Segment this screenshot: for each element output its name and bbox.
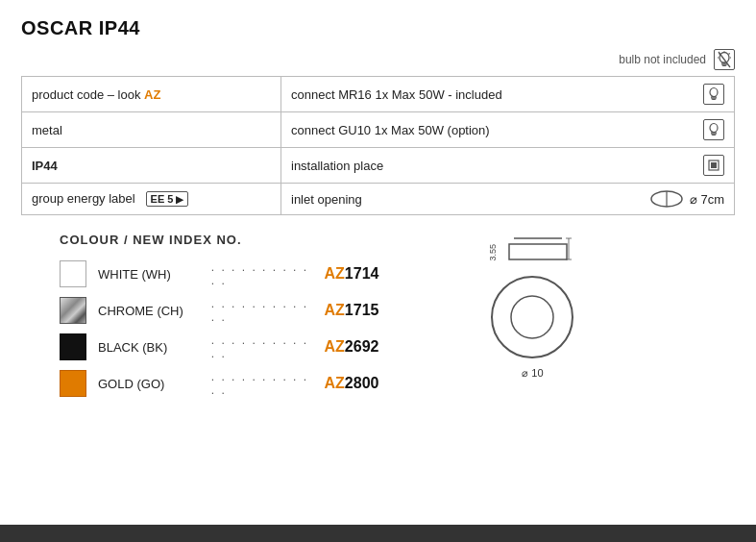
energy-badge-value: EE 5 [151, 193, 174, 205]
colour-section: COLOUR / NEW INDEX NO. WHITE (WH) . . . … [21, 233, 417, 397]
svg-point-9 [710, 88, 718, 97]
metal-label: metal [32, 123, 62, 137]
svg-point-12 [710, 124, 718, 133]
technical-diagram: 3.55 ⌀ 1 [475, 233, 590, 380]
svg-rect-14 [712, 134, 716, 136]
specs-row-3: IP44 installation place [22, 148, 735, 184]
ip44-label: IP44 [32, 159, 58, 173]
product-code-az: AZ [144, 87, 160, 102]
colour-num-white: 1714 [345, 265, 379, 283]
colour-dots-black: . . . . . . . . . . . . [211, 333, 313, 360]
bulb-icon-2 [703, 119, 724, 140]
inlet-diameter: ⌀ 7cm [690, 192, 724, 207]
specs-row-1: product code – look AZ connect MR16 1x M… [22, 77, 735, 112]
specs-row-2: metal connect GU10 1x Max 50W (option) [22, 112, 735, 148]
colour-az-chrome: AZ [325, 302, 345, 319]
colour-swatch-chrome [60, 297, 86, 324]
dim-side-label: 3.55 [488, 244, 498, 261]
svg-point-0 [719, 53, 729, 63]
colour-num-black: 2692 [345, 338, 379, 356]
energy-label-cell: group energy label EE 5 ▶ [22, 184, 281, 215]
installation-place-text: installation place [291, 159, 383, 173]
fixture-front-view [484, 269, 580, 365]
svg-rect-20 [509, 244, 567, 259]
colour-swatch-white [60, 260, 86, 287]
svg-rect-16 [711, 162, 717, 168]
inlet-diagram-icon [649, 190, 684, 208]
svg-point-24 [492, 277, 573, 357]
inlet-opening-cell: inlet opening ⌀ 7cm [281, 184, 735, 215]
energy-arrow: ▶ [176, 194, 183, 205]
colour-az-gold: AZ [325, 375, 345, 392]
connect-gu10-cell: connect GU10 1x Max 50W (option) [281, 112, 735, 148]
specs-table: product code – look AZ connect MR16 1x M… [21, 76, 735, 215]
colour-swatch-gold [60, 370, 86, 397]
list-item: GOLD (GO) . . . . . . . . . . . . AZ2800 [60, 370, 378, 397]
colour-az-black: AZ [325, 338, 345, 356]
bulb-note-text: bulb not included [619, 53, 706, 66]
colour-name-white: WHITE (WH) [98, 267, 200, 282]
energy-label-text: group energy label [32, 191, 135, 206]
fixture-side-view [500, 233, 576, 261]
connect-mr16-text: connect MR16 1x Max 50W - included [291, 87, 502, 102]
colour-list: WHITE (WH) . . . . . . . . . . . . AZ171… [60, 260, 378, 397]
metal-cell: metal [22, 112, 281, 148]
inlet-opening-text: inlet opening [291, 192, 362, 207]
connect-mr16-cell: connect MR16 1x Max 50W - included [281, 77, 735, 112]
ip44-cell: IP44 [22, 148, 281, 184]
connect-gu10-text: connect GU10 1x Max 50W (option) [291, 123, 490, 137]
product-code-label: product code – look [32, 87, 144, 102]
list-item: WHITE (WH) . . . . . . . . . . . . AZ171… [60, 260, 378, 287]
colour-dots-gold: . . . . . . . . . . . . [211, 370, 313, 397]
bulb-note-row: bulb not included [21, 49, 735, 70]
colour-name-gold: GOLD (GO) [98, 377, 200, 391]
list-item: BLACK (BK) . . . . . . . . . . . . AZ269… [60, 333, 378, 360]
colour-swatch-black [60, 333, 86, 360]
colour-dots-white: . . . . . . . . . . . . [211, 260, 313, 287]
colour-az-white: AZ [325, 265, 345, 283]
bulb-icon [703, 84, 724, 105]
colour-name-black: BLACK (BK) [98, 340, 200, 355]
colour-num-gold: 2800 [345, 375, 379, 392]
colour-num-chrome: 1715 [345, 302, 379, 319]
svg-line-5 [729, 53, 730, 54]
install-place-icon [703, 155, 724, 176]
bottom-bar [0, 525, 756, 542]
svg-rect-2 [722, 64, 726, 66]
specs-row-4: group energy label EE 5 ▶ inlet opening [22, 184, 735, 215]
svg-rect-11 [712, 98, 716, 100]
colour-name-chrome: CHROME (CH) [98, 304, 200, 318]
list-item: CHROME (CH) . . . . . . . . . . . . AZ17… [60, 297, 378, 324]
dim-bottom-label: ⌀ 10 [522, 367, 543, 380]
colour-section-title: COLOUR / NEW INDEX NO. [60, 233, 378, 247]
colour-dots-chrome: . . . . . . . . . . . . [211, 297, 313, 324]
svg-point-25 [511, 296, 553, 338]
page-title: OSCAR IP44 [21, 17, 735, 39]
installation-place-cell: installation place [281, 148, 735, 184]
product-code-cell: product code – look AZ [22, 77, 281, 112]
bulb-not-included-icon [714, 49, 735, 70]
dim-bottom-text: ⌀ 10 [522, 367, 543, 380]
energy-badge: EE 5 ▶ [146, 191, 189, 207]
